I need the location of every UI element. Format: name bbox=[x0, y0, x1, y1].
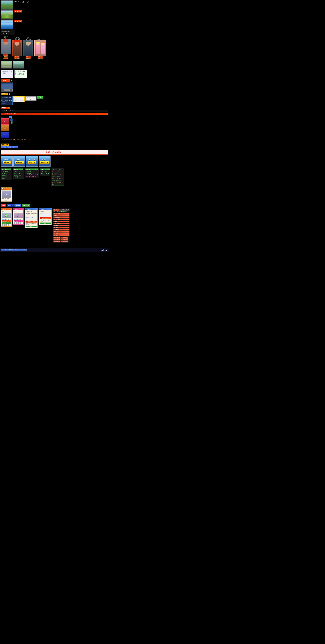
opt-card-1-spd-e[interactable]: E bbox=[8, 224, 9, 226]
song-ext-2[interactable]: カップイーの bbox=[52, 170, 64, 172]
diff-btn-2[interactable]: 普通 A bbox=[7, 146, 12, 148]
rec-btn-0[interactable]: 早期記念ログ bbox=[54, 237, 60, 238]
play-card-btn-2[interactable]: 曲を流ぶれし！ bbox=[15, 161, 24, 164]
info-link[interactable]: 古参レポート bbox=[2, 103, 12, 104]
player-nav-btn[interactable]: ▲ bbox=[10, 118, 13, 122]
opt-header-4[interactable]: 後続の記録 bbox=[22, 204, 30, 207]
opt-card-2-spd-at[interactable]: AT bbox=[16, 222, 18, 224]
mode-btn-0[interactable]: かりだし操作 bbox=[54, 213, 70, 214]
play-card-btn-3[interactable]: 曲つぶれし！ bbox=[28, 161, 36, 164]
opt-card-4-confirm[interactable]: 最高地のの好好 bbox=[40, 217, 51, 219]
opt-card-1-spd-bg[interactable]: BG bbox=[2, 224, 4, 226]
mode-btn-8[interactable]: ランキング bbox=[54, 228, 70, 230]
song-item-1-3[interactable]: ゴコロ捜だら bbox=[1, 174, 11, 176]
footer-btn-4[interactable]: 戻る bbox=[23, 249, 27, 251]
rec-btn-1[interactable]: 単期記念ログ bbox=[61, 237, 68, 238]
mode-btn-9[interactable]: プレゼント bbox=[54, 230, 70, 232]
opt-card-1-spd-r[interactable]: R bbox=[6, 224, 7, 226]
diff-btn-3[interactable]: むずい B bbox=[12, 146, 18, 148]
battle-sel-part[interactable]: パートに分かれて全員にプレイ bbox=[1, 110, 108, 112]
mode-btn-3[interactable]: かりだし操作 bbox=[54, 219, 70, 220]
song-ext-5[interactable]: リビング死き！ bbox=[52, 176, 64, 178]
song-item-3-1[interactable]: 大切なもの bbox=[25, 170, 38, 172]
opt-card-1-btn-bg[interactable]: BG bbox=[2, 219, 4, 220]
mode-btn-11[interactable]: 良さ中 bbox=[54, 234, 70, 236]
opt-header-1[interactable]: 前実績 bbox=[1, 204, 6, 207]
song-ext-end[interactable]: 以上 bbox=[52, 183, 64, 185]
opt-card-2-spd-bg[interactable]: BG bbox=[14, 222, 16, 224]
song-ext-8[interactable]: はほしTANKをOH！ bbox=[52, 181, 64, 183]
song-ext-6[interactable]: カップイー大きない！ bbox=[52, 178, 64, 180]
opt-header-3[interactable]: 前作記録 bbox=[14, 204, 21, 207]
opt-card-2-btn-bg[interactable]: BG bbox=[14, 219, 16, 220]
opt-tab-release[interactable]: 発売記録 bbox=[60, 209, 65, 210]
opt-header-2[interactable]: 友達状況 bbox=[7, 204, 14, 207]
map-thumb-2[interactable] bbox=[13, 61, 24, 68]
battle-sel-team[interactable]: チームに分かれて戦いを繰る bbox=[1, 113, 108, 115]
diff-btn-1[interactable]: 初心者 A bbox=[1, 146, 6, 148]
song-item-1-1[interactable]: ループ＆ループ bbox=[1, 170, 11, 172]
song-item-1-4[interactable]: ガッツだぜ！！ bbox=[1, 176, 11, 178]
footer-btn-2[interactable]: 操作 bbox=[14, 249, 18, 251]
play-card-hitori[interactable]: 独りプレイ 曲つぶれし！ bbox=[26, 156, 38, 166]
player-add-btn[interactable]: + bbox=[11, 122, 12, 124]
song-ext-3[interactable]: ゲットだより！ bbox=[52, 172, 64, 174]
rec-btn-3[interactable]: 月期記念ログ bbox=[61, 239, 68, 240]
opt-card-2-sub-btn[interactable]: 速さ変え bbox=[14, 220, 23, 222]
footer-btn-3[interactable]: ヘルプ bbox=[18, 249, 23, 251]
rec-btn-5[interactable]: 万年記念ログ bbox=[61, 241, 68, 242]
footer-btn-1[interactable]: 音楽設定 bbox=[8, 249, 14, 251]
footer-btn-0[interactable]: ゲーム設定 bbox=[1, 249, 8, 251]
song-ext-4[interactable]: カップ大きない！ bbox=[52, 174, 64, 176]
song-item-2-1[interactable]: リンダリンダ bbox=[13, 170, 23, 172]
mode-btn-2[interactable]: 利便のルール bbox=[54, 217, 70, 218]
rec-btn-4[interactable]: 週期記念ログ bbox=[54, 241, 60, 242]
opt-card-1-sub-btn[interactable]: コントを入り bbox=[2, 220, 11, 222]
song-ext-7[interactable]: 特大打倒恋変え！ bbox=[52, 180, 64, 181]
opt-card-2-spd-r[interactable]: R bbox=[18, 222, 19, 224]
opt-card-3-input[interactable]: あなたの好好は bbox=[26, 216, 37, 220]
song-item-3-2[interactable]: 太陽が覚えてくる bbox=[25, 172, 38, 174]
opt-tab-rank[interactable]: ランク bbox=[66, 209, 70, 210]
song-item-4-3[interactable]: カップイー bbox=[40, 174, 50, 176]
mode-btn-6[interactable]: 記念書き bbox=[54, 225, 70, 226]
opt-card-1-btn-r[interactable]: R bbox=[6, 219, 7, 220]
opt-card-3-confirm[interactable]: 最高地のの好好 bbox=[26, 220, 37, 222]
opt-card-2-btn-r[interactable]: R bbox=[18, 219, 19, 220]
play-card-hitori-battle[interactable]: 独りプレイ 曲を流ぶれし！ bbox=[38, 156, 50, 166]
connect-btn[interactable]: 友達！ bbox=[37, 96, 43, 99]
rec-btn-2[interactable]: 前期記念ログ bbox=[54, 239, 60, 240]
song-item-4-1[interactable]: 上海パニー bbox=[40, 170, 50, 172]
opt-tab-game[interactable]: ゲーム記録 bbox=[54, 209, 60, 210]
mode-btn-10[interactable]: 取り替え bbox=[54, 232, 70, 234]
opt-card-1-btn-at[interactable]: AT bbox=[4, 219, 6, 220]
opt-card-2-title: オプション bbox=[13, 208, 24, 210]
song-item-1-5[interactable]: メロディー bbox=[1, 178, 11, 180]
opt-card-4-btn[interactable]: 確認 bbox=[40, 222, 51, 224]
song-item-4-2[interactable]: READY STEP UP bbox=[40, 172, 50, 174]
opt-card-2-spd-e[interactable]: E bbox=[20, 222, 21, 224]
opt-card-2-btn-at[interactable]: AT bbox=[16, 219, 18, 220]
song-item-2-2[interactable]: ゴコロ捜だら bbox=[13, 172, 23, 174]
mode-btn-1[interactable]: お入れ bbox=[54, 215, 70, 216]
play-card-btn-4[interactable]: 曲を流ぶれし！ bbox=[40, 161, 49, 164]
opt-card-1-main-btn[interactable]: バングライト bbox=[2, 222, 11, 224]
mode-btn-7[interactable]: メール名 bbox=[54, 226, 70, 228]
song-item-one-night[interactable]: One Night Carnival bbox=[25, 174, 38, 176]
song-item-2-4[interactable]: スリル名 bbox=[13, 176, 23, 178]
opt-card-3-btn[interactable]: 確認 bbox=[26, 226, 37, 228]
play-card-battle[interactable]: 対戦プレイ 曲を流ぶれし！ bbox=[13, 156, 25, 166]
mode-btn-5[interactable]: 打破リーダー bbox=[54, 223, 70, 224]
song-item-over-distance[interactable]: Over The Distance bbox=[25, 176, 38, 177]
song-item-1-2[interactable]: 炎のダンスナイト bbox=[1, 172, 11, 174]
mode-btn-4[interactable]: 前実績 bbox=[54, 221, 70, 222]
play-card-btn-1[interactable]: 曲つぶれし！ bbox=[3, 161, 11, 164]
opt-card-4-input[interactable]: あなたの好好は bbox=[40, 213, 51, 217]
map-thumb-1[interactable] bbox=[1, 61, 12, 68]
song-ext-1[interactable]: 一番、乗れかぁ！ bbox=[52, 168, 64, 170]
play-card-solo-battle[interactable]: 対戦プレイ 曲つぶれし！ bbox=[1, 156, 13, 166]
opt-card-1-spd-at[interactable]: AT bbox=[4, 224, 6, 226]
song-item-2-3[interactable]: 熱と回数が変え bbox=[13, 174, 23, 176]
opt-card-1-btn-e[interactable]: E bbox=[8, 219, 9, 220]
opt-card-2-btn-e[interactable]: E bbox=[20, 219, 21, 220]
